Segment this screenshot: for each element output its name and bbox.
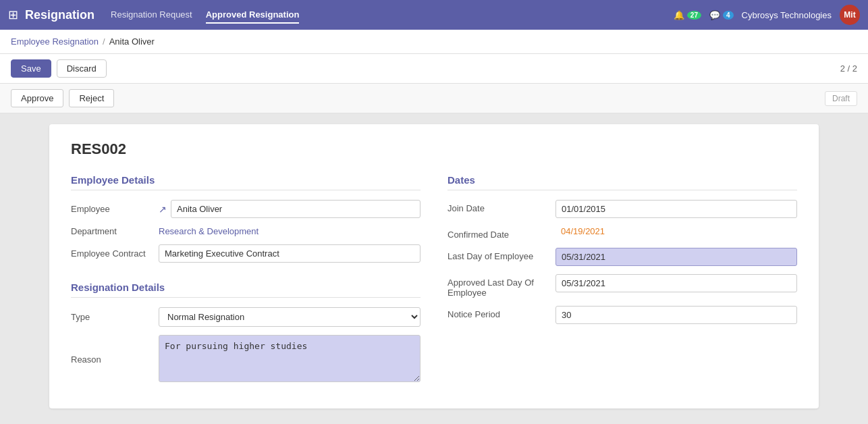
employee-row: Employee ↗ [71,200,421,218]
confirmed-date-row: Confirmed Date 04/19/2021 [447,226,797,240]
approved-last-day-row: Approved Last Day Of Employee [447,274,797,298]
last-day-row: Last Day of Employee [447,248,797,266]
form-sections: Employee Details Employee ↗ Department R… [71,174,797,392]
approve-button[interactable]: Approve [11,89,63,107]
notice-period-row: Notice Period [447,306,797,324]
join-date-wrapper [555,200,797,218]
record-id: RES002 [71,140,797,158]
confirmed-date-value: 04/19/2021 [555,223,610,240]
employee-details-section: Employee Details Employee ↗ Department R… [71,174,421,392]
approved-last-day-input[interactable] [555,274,797,292]
action-bar: Save Discard 2 / 2 [0,54,868,84]
reason-label: Reason [71,354,159,365]
reason-textarea[interactable]: For pursuing higher studies [159,335,421,382]
contract-label: Employee Contract [71,248,159,259]
nav-approved-resignation[interactable]: Approved Resignation [206,7,300,24]
contract-field-wrapper [159,244,421,263]
topbar: ⊞ Resignation Resignation Request Approv… [0,0,868,30]
dates-section: Dates Join Date Confirmed Date 04/19/202… [447,174,797,392]
join-date-label: Join Date [447,200,555,213]
employee-input[interactable] [171,200,421,218]
reason-field-wrapper: For pursuing higher studies [159,335,421,384]
department-row: Department Research & Development [71,226,421,236]
notification-bell[interactable]: 🔔 27 [674,10,701,20]
department-label: Department [71,226,159,236]
employee-details-title: Employee Details [71,174,421,190]
type-select[interactable]: Normal Resignation Termination [159,307,421,327]
breadcrumb-separator: / [103,36,105,47]
nav-resignation-request[interactable]: Resignation Request [111,7,192,24]
status-bar: Approve Reject Draft [0,84,868,113]
notice-period-wrapper [555,306,797,324]
approved-last-day-label: Approved Last Day Of Employee [447,274,555,298]
company-name: Cybrosys Technologies [742,10,832,20]
confirmed-date-wrapper: 04/19/2021 [555,226,797,236]
type-row: Type Normal Resignation Termination [71,307,421,327]
chat-icon: 💬 [709,10,720,20]
last-day-input[interactable] [555,248,797,266]
topbar-right: 🔔 27 💬 4 Cybrosys Technologies Mit [674,5,860,25]
notice-period-label: Notice Period [447,306,555,319]
external-link-icon[interactable]: ↗ [159,204,167,215]
messages-icon-group[interactable]: 💬 4 [709,10,734,20]
join-date-input[interactable] [555,200,797,218]
form-card: RES002 Employee Details Employee ↗ Depar… [49,124,819,408]
join-date-row: Join Date [447,200,797,218]
employee-field-wrapper: ↗ [159,200,421,218]
status-badge: Draft [825,91,857,106]
reason-row: Reason For pursuing higher studies [71,335,421,384]
department-value[interactable]: Research & Development [159,226,421,236]
main-content: RES002 Employee Details Employee ↗ Depar… [0,113,868,424]
message-count: 4 [723,11,734,20]
grid-icon[interactable]: ⊞ [8,7,18,22]
reject-button[interactable]: Reject [69,89,114,107]
app-title: Resignation [25,8,94,22]
dates-title: Dates [447,174,797,190]
contract-input[interactable] [159,244,421,263]
discard-button[interactable]: Discard [57,59,107,78]
topbar-nav: Resignation Request Approved Resignation [111,7,299,24]
user-avatar[interactable]: Mit [840,5,860,25]
confirmed-date-label: Confirmed Date [447,226,555,240]
resignation-details-title: Resignation Details [71,282,421,298]
action-bar-left: Save Discard [11,59,107,78]
breadcrumb: Employee Resignation / Anita Oliver [0,30,868,54]
employee-label: Employee [71,204,159,214]
breadcrumb-current: Anita Oliver [109,36,155,47]
notification-count: 27 [687,11,701,20]
type-field-wrapper: Normal Resignation Termination [159,307,421,327]
avatar-initials: Mit [844,10,855,20]
last-day-wrapper [555,248,797,266]
notice-period-input[interactable] [555,306,797,324]
bell-icon: 🔔 [674,10,684,20]
last-day-label: Last Day of Employee [447,248,555,261]
resignation-details-section: Resignation Details Type Normal Resignat… [71,282,421,384]
type-label: Type [71,312,159,322]
approved-last-day-wrapper [555,274,797,292]
contract-row: Employee Contract [71,244,421,263]
breadcrumb-parent[interactable]: Employee Resignation [11,36,99,47]
record-count: 2 / 2 [840,63,857,74]
save-button[interactable]: Save [11,59,51,78]
